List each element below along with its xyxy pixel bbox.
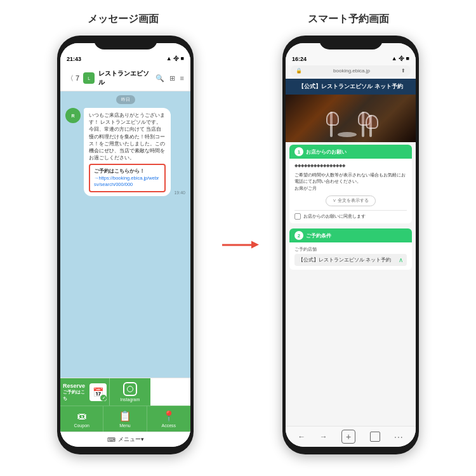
wine-glass-3: [369, 115, 372, 137]
right-screen: 16:24 ▲ 令 ■ 🔒 booking.ebica.jp ⬆ 【公式】レスト…: [286, 43, 416, 447]
plus-icon: +: [346, 432, 351, 442]
nav-more-button[interactable]: ···: [394, 432, 404, 442]
menu-book-icon: 📋: [119, 410, 131, 422]
show-more-button[interactable]: ∨ 全文を表示する: [326, 195, 376, 206]
chat-text: いつもご来店ありがとうございます！ レストランエビソルです。 今回、常連の方に向…: [89, 112, 165, 161]
location-icon: 📍: [162, 410, 175, 422]
nav-forward-button[interactable]: →: [320, 432, 327, 441]
show-more-row: ∨ 全文を表示する: [294, 194, 407, 208]
booking-header: 【公式】レストランエビソル ネット予約: [286, 79, 416, 95]
chat-area: 昨日 R いつもご来店ありがとうございます！ レストランエビソルです。 今回、常…: [60, 91, 190, 378]
section1-num: 1: [294, 147, 303, 156]
grid-icon[interactable]: ⊞: [169, 74, 175, 83]
reserve-sub: ご予約はこち: [63, 389, 87, 402]
back-button[interactable]: 〈 7: [67, 74, 79, 83]
right-time: 16:24: [292, 56, 307, 62]
browser-content: 【公式】レストランエビソル ネット予約 1 お店からのお願い: [286, 79, 416, 426]
line-buttons-row2: 🎟 Coupon 📋 Menu 📍 Access: [60, 406, 190, 432]
field-value-box[interactable]: 【公式】レストランエビソル ネット予約 ∧: [294, 254, 407, 266]
highlight-label: ご予約はこちらから！: [94, 168, 161, 175]
right-section-title: スマート予約画面: [308, 13, 389, 26]
line-header: 〈 7 L レストランエビソル 🔍 ⊞ ≡: [60, 65, 190, 91]
table-scene: [325, 95, 377, 142]
chat-bubble-highlight: ご予約はこちらから！ →https://booking.ebica.jp/web…: [89, 164, 166, 192]
section2-header: 2 ご予約条件: [289, 228, 412, 242]
diamond-decoration: ◆◆◆◆◆◆◆◆◆◆◆◆◆◆◆◆: [294, 162, 407, 169]
plate: [338, 132, 357, 137]
calendar-icon: 📅 ✓: [89, 383, 107, 401]
arrow-line: [222, 244, 254, 246]
instagram-inner-circle: [127, 386, 133, 392]
chat-avatar: R: [65, 108, 81, 123]
nav-tabs-button[interactable]: [370, 432, 380, 442]
chat-name: レストランエビソル: [98, 69, 151, 87]
section1-content: ◆◆◆◆◆◆◆◆◆◆◆◆◆◆◆◆ ご希望の時間や人数等が表示されない場合もお気軽…: [289, 159, 412, 223]
coupon-label: Coupon: [74, 423, 89, 428]
left-notch: [94, 36, 157, 50]
reserve-text: Reserve ご予約はこち: [63, 383, 87, 402]
date-badge: 昨日: [116, 95, 135, 104]
chat-bubble-main: いつもご来店ありがとうございます！ レストランエビソルです。 今回、常連の方に向…: [84, 108, 171, 196]
reserve-label: Reserve: [63, 383, 87, 389]
left-section-title: メッセージ画面: [88, 13, 159, 26]
wine-glass-1: [330, 112, 333, 137]
menu-button[interactable]: 📋 Menu: [103, 406, 147, 432]
phones-row: 21:43 ▲ 令 ■ 〈 7 L レストランエビソル 🔍 ⊞ ≡ 昨日: [13, 36, 463, 454]
right-signal-icons: ▲ 令 ■: [392, 55, 409, 63]
footer-text[interactable]: メニュー▾: [118, 435, 144, 444]
right-phone: 16:24 ▲ 令 ■ 🔒 booking.ebica.jp ⬆ 【公式】レスト…: [282, 36, 419, 454]
chat-message: R いつもご来店ありがとうございます！ レストランエビソルです。 今回、常連の方…: [65, 108, 185, 196]
field-label: ご予約店舗: [294, 246, 407, 253]
share-icon[interactable]: ⬆: [401, 68, 406, 74]
wine-glass-2: [362, 112, 364, 137]
menu-label: Menu: [119, 423, 131, 428]
url-bar[interactable]: 🔒 booking.ebica.jp ⬆: [291, 65, 411, 76]
section2-title: ご予約条件: [306, 232, 331, 239]
highlight-url[interactable]: →https://booking.ebica.jp/webrsv/search/…: [94, 175, 161, 188]
left-signal-icons: ▲ 令 ■: [166, 55, 184, 63]
message-time: 19:40: [174, 190, 185, 195]
coupon-icon: 🎟: [77, 411, 87, 422]
restaurant-image: [286, 95, 416, 142]
section2-card: 2 ご予約条件 ご予約店舗 【公式】レストランエビソル ネット予約 ∧: [289, 228, 412, 270]
chat-bubble-container: いつもご来店ありがとうございます！ レストランエビソルです。 今回、常連の方に向…: [84, 108, 171, 196]
keyboard-icon: ⌨: [107, 437, 116, 443]
field-value: 【公式】レストランエビソル ネット予約: [298, 257, 391, 263]
nav-back-button[interactable]: ←: [298, 432, 305, 441]
instagram-button[interactable]: Instagram: [110, 378, 150, 406]
access-button[interactable]: 📍 Access: [147, 406, 190, 432]
section1-card: 1 お店からのお願い ◆◆◆◆◆◆◆◆◆◆◆◆◆◆◆◆ ご希望の時間や人数等が表…: [289, 145, 412, 223]
header-action-icons: 🔍 ⊞ ≡: [155, 74, 184, 83]
reserve-button[interactable]: Reserve ご予約はこち 📅 ✓: [60, 378, 110, 406]
menu-icon[interactable]: ≡: [180, 74, 184, 83]
section1-header: 1 お店からのお願い: [289, 145, 412, 159]
instagram-label: Instagram: [120, 397, 140, 402]
agree-checkbox[interactable]: [294, 213, 301, 220]
field-arrow-icon: ∧: [399, 256, 403, 263]
search-icon[interactable]: 🔍: [155, 74, 164, 83]
check-mark: ✓: [100, 395, 107, 401]
coupon-button[interactable]: 🎟 Coupon: [60, 406, 103, 432]
left-phone: 21:43 ▲ 令 ■ 〈 7 L レストランエビソル 🔍 ⊞ ≡ 昨日: [57, 36, 194, 454]
left-screen: 21:43 ▲ 令 ■ 〈 7 L レストランエビソル 🔍 ⊞ ≡ 昨日: [60, 43, 190, 447]
agree-checkbox-row: お店からのお願いに同意します: [294, 213, 407, 220]
agree-label: お店からのお願いに同意します: [303, 213, 366, 220]
line-footer: ⌨ メニュー▾: [60, 432, 190, 447]
nav-plus-button[interactable]: +: [341, 430, 355, 444]
line-logo-icon: L: [83, 72, 95, 84]
arrow-container: [222, 244, 254, 246]
section1-body: ご希望の時間や人数等が表示されない場合もお気軽にお電話にてお問い合わせください。: [294, 172, 407, 185]
divider: [294, 210, 407, 211]
lock-icon: 🔒: [296, 68, 302, 74]
section1-title: お店からのお願い: [306, 149, 347, 155]
section2-num: 2: [294, 231, 303, 240]
access-label: Access: [162, 423, 176, 428]
url-text: booking.ebica.jp: [333, 68, 370, 74]
left-time: 21:43: [67, 56, 81, 62]
line-buttons-row1: Reserve ご予約はこち 📅 ✓ Instagram: [60, 378, 190, 406]
page-title-row: メッセージ画面 スマート予約画面: [13, 13, 463, 26]
browser-nav: ← → + ···: [286, 426, 416, 447]
instagram-icon: [123, 382, 137, 396]
right-notch: [319, 36, 383, 50]
section2-content: ご予約店舗 【公式】レストランエビソル ネット予約 ∧: [289, 242, 412, 270]
